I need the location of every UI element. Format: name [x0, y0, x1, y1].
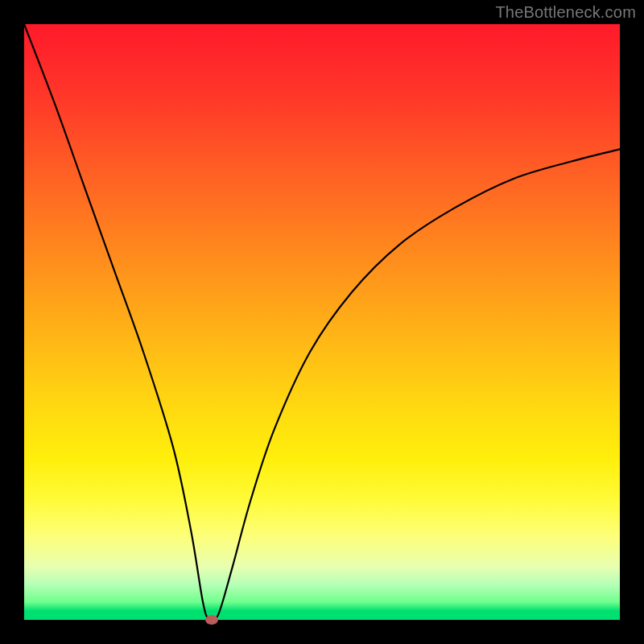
bottleneck-curve-path: [24, 24, 620, 621]
plot-area: [24, 24, 620, 620]
attribution-text: TheBottleneck.com: [495, 3, 636, 22]
curve-svg: [24, 24, 620, 620]
chart-frame: TheBottleneck.com: [0, 0, 644, 644]
minimum-marker: [205, 615, 218, 625]
